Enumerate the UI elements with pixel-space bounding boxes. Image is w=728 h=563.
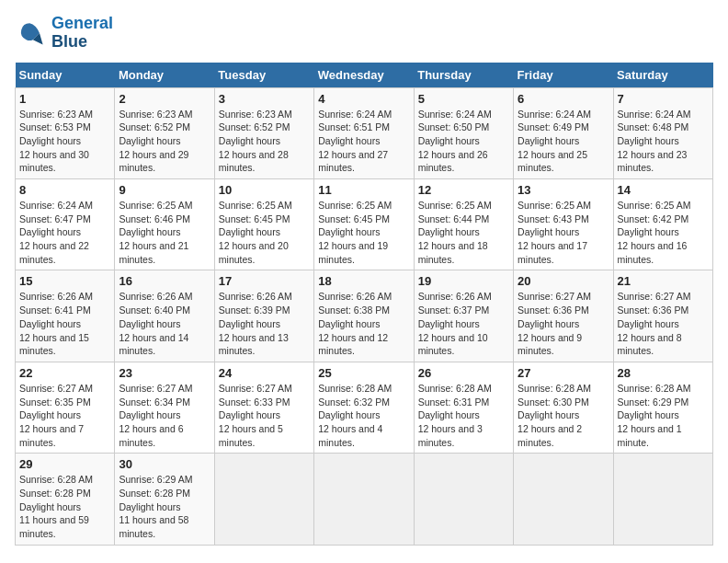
calendar-cell: 8 Sunrise: 6:24 AM Sunset: 6:47 PM Dayli…	[16, 179, 115, 270]
day-number: 24	[219, 366, 310, 380]
day-info: Sunrise: 6:24 AM Sunset: 6:47 PM Dayligh…	[19, 199, 110, 266]
calendar-cell: 24 Sunrise: 6:27 AM Sunset: 6:33 PM Dayl…	[214, 362, 313, 453]
calendar-cell: 3 Sunrise: 6:23 AM Sunset: 6:52 PM Dayli…	[214, 87, 313, 178]
day-number: 21	[618, 274, 709, 288]
calendar-cell	[613, 454, 712, 545]
day-header-wednesday: Wednesday	[314, 63, 414, 88]
day-info: Sunrise: 6:23 AM Sunset: 6:53 PM Dayligh…	[19, 108, 110, 175]
day-number: 7	[618, 92, 709, 106]
calendar-cell: 1 Sunrise: 6:23 AM Sunset: 6:53 PM Dayli…	[16, 87, 115, 178]
day-number: 16	[119, 274, 210, 288]
day-info: Sunrise: 6:29 AM Sunset: 6:28 PM Dayligh…	[119, 473, 210, 540]
calendar-cell: 16 Sunrise: 6:26 AM Sunset: 6:40 PM Dayl…	[115, 270, 214, 362]
day-number: 1	[19, 92, 110, 106]
calendar-week-row: 22 Sunrise: 6:27 AM Sunset: 6:35 PM Dayl…	[16, 362, 713, 453]
day-number: 18	[318, 274, 409, 288]
calendar-cell: 14 Sunrise: 6:25 AM Sunset: 6:42 PM Dayl…	[613, 179, 712, 270]
calendar-cell: 21 Sunrise: 6:27 AM Sunset: 6:36 PM Dayl…	[613, 270, 712, 362]
calendar-cell: 11 Sunrise: 6:25 AM Sunset: 6:45 PM Dayl…	[314, 179, 414, 270]
calendar-cell: 25 Sunrise: 6:28 AM Sunset: 6:32 PM Dayl…	[314, 362, 414, 453]
calendar-cell: 29 Sunrise: 6:28 AM Sunset: 6:28 PM Dayl…	[16, 454, 115, 545]
day-info: Sunrise: 6:27 AM Sunset: 6:36 PM Dayligh…	[518, 290, 609, 357]
calendar-cell: 9 Sunrise: 6:25 AM Sunset: 6:46 PM Dayli…	[115, 179, 214, 270]
calendar-cell: 5 Sunrise: 6:24 AM Sunset: 6:50 PM Dayli…	[414, 87, 513, 178]
day-info: Sunrise: 6:25 AM Sunset: 6:43 PM Dayligh…	[518, 199, 609, 266]
calendar-cell	[414, 454, 513, 545]
day-number: 12	[418, 183, 509, 197]
day-info: Sunrise: 6:28 AM Sunset: 6:31 PM Dayligh…	[418, 382, 509, 449]
day-number: 9	[119, 183, 210, 197]
day-number: 11	[318, 183, 409, 197]
day-number: 19	[418, 274, 509, 288]
day-info: Sunrise: 6:25 AM Sunset: 6:45 PM Dayligh…	[219, 199, 310, 266]
day-info: Sunrise: 6:26 AM Sunset: 6:37 PM Dayligh…	[418, 290, 509, 357]
calendar-cell: 27 Sunrise: 6:28 AM Sunset: 6:30 PM Dayl…	[514, 362, 613, 453]
calendar-cell: 2 Sunrise: 6:23 AM Sunset: 6:52 PM Dayli…	[115, 87, 214, 178]
calendar-cell: 19 Sunrise: 6:26 AM Sunset: 6:37 PM Dayl…	[414, 270, 513, 362]
day-info: Sunrise: 6:25 AM Sunset: 6:45 PM Dayligh…	[318, 199, 409, 266]
day-number: 8	[19, 183, 110, 197]
calendar-cell: 22 Sunrise: 6:27 AM Sunset: 6:35 PM Dayl…	[16, 362, 115, 453]
calendar-week-row: 8 Sunrise: 6:24 AM Sunset: 6:47 PM Dayli…	[16, 179, 713, 270]
calendar-cell: 18 Sunrise: 6:26 AM Sunset: 6:38 PM Dayl…	[314, 270, 414, 362]
day-header-tuesday: Tuesday	[214, 63, 313, 88]
calendar-cell: 17 Sunrise: 6:26 AM Sunset: 6:39 PM Dayl…	[214, 270, 313, 362]
calendar-cell: 30 Sunrise: 6:29 AM Sunset: 6:28 PM Dayl…	[115, 454, 214, 545]
day-number: 15	[19, 274, 110, 288]
day-header-friday: Friday	[514, 63, 613, 88]
day-header-sunday: Sunday	[16, 63, 115, 88]
day-info: Sunrise: 6:23 AM Sunset: 6:52 PM Dayligh…	[119, 108, 210, 175]
calendar-cell	[514, 454, 613, 545]
calendar-week-row: 15 Sunrise: 6:26 AM Sunset: 6:41 PM Dayl…	[16, 270, 713, 362]
day-header-saturday: Saturday	[613, 63, 712, 88]
day-number: 30	[119, 457, 210, 471]
day-info: Sunrise: 6:26 AM Sunset: 6:41 PM Dayligh…	[19, 290, 110, 357]
day-info: Sunrise: 6:25 AM Sunset: 6:46 PM Dayligh…	[119, 199, 210, 266]
calendar-cell: 4 Sunrise: 6:24 AM Sunset: 6:51 PM Dayli…	[314, 87, 414, 178]
day-info: Sunrise: 6:28 AM Sunset: 6:28 PM Dayligh…	[19, 473, 110, 540]
day-info: Sunrise: 6:24 AM Sunset: 6:49 PM Dayligh…	[518, 108, 609, 175]
day-info: Sunrise: 6:26 AM Sunset: 6:38 PM Dayligh…	[318, 290, 409, 357]
day-info: Sunrise: 6:28 AM Sunset: 6:32 PM Dayligh…	[318, 382, 409, 449]
logo-icon	[15, 17, 48, 50]
day-number: 6	[518, 92, 609, 106]
calendar-cell	[214, 454, 313, 545]
day-info: Sunrise: 6:24 AM Sunset: 6:50 PM Dayligh…	[418, 108, 509, 175]
day-number: 25	[318, 366, 409, 380]
day-number: 14	[618, 183, 709, 197]
day-number: 23	[119, 366, 210, 380]
day-number: 4	[318, 92, 409, 106]
calendar-body: 1 Sunrise: 6:23 AM Sunset: 6:53 PM Dayli…	[16, 87, 713, 545]
day-info: Sunrise: 6:28 AM Sunset: 6:29 PM Dayligh…	[618, 382, 709, 449]
calendar-cell	[314, 454, 414, 545]
day-header-thursday: Thursday	[414, 63, 513, 88]
logo-text: General Blue	[51, 15, 113, 52]
calendar-cell: 7 Sunrise: 6:24 AM Sunset: 6:48 PM Dayli…	[613, 87, 712, 178]
calendar-cell: 23 Sunrise: 6:27 AM Sunset: 6:34 PM Dayl…	[115, 362, 214, 453]
day-number: 3	[219, 92, 310, 106]
calendar-cell: 12 Sunrise: 6:25 AM Sunset: 6:44 PM Dayl…	[414, 179, 513, 270]
day-info: Sunrise: 6:25 AM Sunset: 6:44 PM Dayligh…	[418, 199, 509, 266]
day-info: Sunrise: 6:27 AM Sunset: 6:34 PM Dayligh…	[119, 382, 210, 449]
calendar-table: SundayMondayTuesdayWednesdayThursdayFrid…	[15, 63, 713, 546]
calendar-cell: 26 Sunrise: 6:28 AM Sunset: 6:31 PM Dayl…	[414, 362, 513, 453]
day-number: 13	[518, 183, 609, 197]
day-info: Sunrise: 6:27 AM Sunset: 6:36 PM Dayligh…	[618, 290, 709, 357]
calendar-cell: 28 Sunrise: 6:28 AM Sunset: 6:29 PM Dayl…	[613, 362, 712, 453]
logo: General Blue	[15, 15, 113, 52]
day-number: 17	[219, 274, 310, 288]
day-info: Sunrise: 6:24 AM Sunset: 6:51 PM Dayligh…	[318, 108, 409, 175]
day-info: Sunrise: 6:27 AM Sunset: 6:33 PM Dayligh…	[219, 382, 310, 449]
day-number: 20	[518, 274, 609, 288]
day-number: 22	[19, 366, 110, 380]
day-info: Sunrise: 6:24 AM Sunset: 6:48 PM Dayligh…	[618, 108, 709, 175]
calendar-cell: 15 Sunrise: 6:26 AM Sunset: 6:41 PM Dayl…	[16, 270, 115, 362]
calendar-cell: 6 Sunrise: 6:24 AM Sunset: 6:49 PM Dayli…	[514, 87, 613, 178]
day-info: Sunrise: 6:27 AM Sunset: 6:35 PM Dayligh…	[19, 382, 110, 449]
day-number: 26	[418, 366, 509, 380]
day-info: Sunrise: 6:28 AM Sunset: 6:30 PM Dayligh…	[518, 382, 609, 449]
day-number: 27	[518, 366, 609, 380]
day-header-monday: Monday	[115, 63, 214, 88]
page-header: General Blue	[15, 15, 713, 52]
day-number: 10	[219, 183, 310, 197]
